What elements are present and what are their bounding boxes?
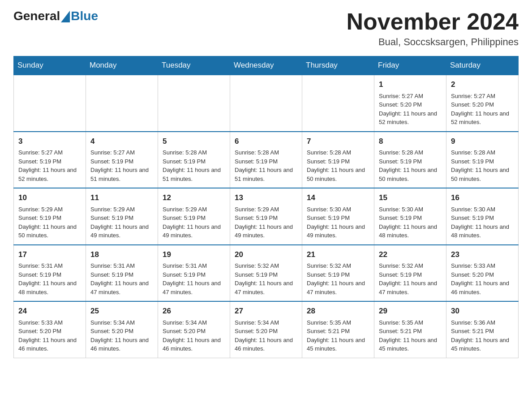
day-info: Sunrise: 5:32 AM Sunset: 5:19 PM Dayligh… — [235, 262, 293, 295]
day-number: 30 — [451, 305, 514, 317]
calendar-header-row: SundayMondayTuesdayWednesdayThursdayFrid… — [14, 56, 519, 75]
day-number: 6 — [235, 136, 297, 147]
calendar-cell[interactable]: 22Sunrise: 5:32 AM Sunset: 5:19 PM Dayli… — [374, 245, 446, 302]
day-number: 10 — [18, 192, 81, 204]
calendar-cell[interactable]: 2Sunrise: 5:27 AM Sunset: 5:20 PM Daylig… — [446, 75, 519, 132]
day-info: Sunrise: 5:30 AM Sunset: 5:19 PM Dayligh… — [307, 206, 365, 239]
day-info: Sunrise: 5:30 AM Sunset: 5:19 PM Dayligh… — [451, 206, 509, 239]
calendar-header-saturday: Saturday — [446, 56, 519, 75]
calendar-cell[interactable]: 29Sunrise: 5:35 AM Sunset: 5:21 PM Dayli… — [374, 301, 446, 358]
day-info: Sunrise: 5:32 AM Sunset: 5:19 PM Dayligh… — [307, 262, 365, 295]
calendar-cell[interactable]: 6Sunrise: 5:28 AM Sunset: 5:19 PM Daylig… — [230, 132, 302, 188]
calendar-cell[interactable]: 13Sunrise: 5:29 AM Sunset: 5:19 PM Dayli… — [230, 188, 302, 245]
title-area: November 2024 Bual, Soccsksargen, Philip… — [347, 9, 519, 48]
calendar-cell[interactable]: 30Sunrise: 5:36 AM Sunset: 5:21 PM Dayli… — [446, 301, 519, 358]
day-info: Sunrise: 5:34 AM Sunset: 5:20 PM Dayligh… — [90, 319, 149, 352]
calendar-cell[interactable]: 5Sunrise: 5:28 AM Sunset: 5:19 PM Daylig… — [158, 132, 230, 188]
day-number: 25 — [90, 305, 153, 317]
logo-full: General Blue — [13, 9, 98, 23]
day-number: 12 — [163, 192, 225, 204]
day-number: 27 — [235, 305, 297, 317]
day-number: 11 — [90, 192, 153, 204]
day-info: Sunrise: 5:33 AM Sunset: 5:20 PM Dayligh… — [18, 319, 77, 352]
calendar-cell[interactable]: 23Sunrise: 5:33 AM Sunset: 5:20 PM Dayli… — [446, 245, 519, 302]
day-number: 1 — [379, 79, 442, 90]
day-number: 24 — [18, 305, 81, 317]
logo: General Blue — [13, 9, 98, 23]
calendar-cell[interactable]: 27Sunrise: 5:34 AM Sunset: 5:20 PM Dayli… — [230, 301, 302, 358]
calendar-cell[interactable]: 24Sunrise: 5:33 AM Sunset: 5:20 PM Dayli… — [14, 301, 86, 358]
day-number: 4 — [90, 136, 153, 147]
day-info: Sunrise: 5:27 AM Sunset: 5:19 PM Dayligh… — [90, 149, 149, 182]
day-number: 29 — [379, 305, 442, 317]
calendar-cell[interactable]: 3Sunrise: 5:27 AM Sunset: 5:19 PM Daylig… — [14, 132, 86, 188]
day-number: 18 — [90, 249, 153, 261]
day-info: Sunrise: 5:29 AM Sunset: 5:19 PM Dayligh… — [18, 206, 77, 239]
logo-general-text: General — [13, 9, 60, 23]
calendar-cell[interactable]: 8Sunrise: 5:28 AM Sunset: 5:19 PM Daylig… — [374, 132, 446, 188]
calendar-header-wednesday: Wednesday — [230, 56, 302, 75]
day-number: 21 — [307, 249, 369, 261]
calendar-cell[interactable]: 26Sunrise: 5:34 AM Sunset: 5:20 PM Dayli… — [158, 301, 230, 358]
day-number: 16 — [451, 192, 514, 204]
calendar-cell[interactable]: 20Sunrise: 5:32 AM Sunset: 5:19 PM Dayli… — [230, 245, 302, 302]
calendar-cell — [230, 75, 302, 132]
day-info: Sunrise: 5:35 AM Sunset: 5:21 PM Dayligh… — [307, 319, 365, 352]
day-number: 14 — [307, 192, 369, 204]
day-number: 2 — [451, 79, 514, 90]
day-number: 5 — [163, 136, 225, 147]
location-title: Bual, Soccsksargen, Philippines — [347, 36, 519, 48]
day-info: Sunrise: 5:36 AM Sunset: 5:21 PM Dayligh… — [451, 319, 509, 352]
day-info: Sunrise: 5:28 AM Sunset: 5:19 PM Dayligh… — [451, 149, 509, 182]
calendar-cell[interactable]: 25Sunrise: 5:34 AM Sunset: 5:20 PM Dayli… — [86, 301, 158, 358]
day-info: Sunrise: 5:29 AM Sunset: 5:19 PM Dayligh… — [90, 206, 149, 239]
calendar-week-row: 17Sunrise: 5:31 AM Sunset: 5:19 PM Dayli… — [14, 245, 519, 302]
calendar-cell[interactable]: 1Sunrise: 5:27 AM Sunset: 5:20 PM Daylig… — [374, 75, 446, 132]
calendar-cell[interactable]: 16Sunrise: 5:30 AM Sunset: 5:19 PM Dayli… — [446, 188, 519, 245]
day-info: Sunrise: 5:34 AM Sunset: 5:20 PM Dayligh… — [163, 319, 221, 352]
calendar-week-row: 10Sunrise: 5:29 AM Sunset: 5:19 PM Dayli… — [14, 188, 519, 245]
day-info: Sunrise: 5:28 AM Sunset: 5:19 PM Dayligh… — [235, 149, 293, 182]
day-info: Sunrise: 5:29 AM Sunset: 5:19 PM Dayligh… — [235, 206, 293, 239]
day-info: Sunrise: 5:27 AM Sunset: 5:19 PM Dayligh… — [18, 149, 77, 182]
calendar-header-thursday: Thursday — [302, 56, 374, 75]
calendar-cell[interactable]: 15Sunrise: 5:30 AM Sunset: 5:19 PM Dayli… — [374, 188, 446, 245]
logo-triangle-icon — [61, 11, 70, 22]
day-number: 26 — [163, 305, 225, 317]
calendar-cell[interactable]: 9Sunrise: 5:28 AM Sunset: 5:19 PM Daylig… — [446, 132, 519, 188]
day-number: 28 — [307, 305, 369, 317]
calendar-cell — [158, 75, 230, 132]
day-info: Sunrise: 5:34 AM Sunset: 5:20 PM Dayligh… — [235, 319, 293, 352]
calendar-cell[interactable]: 17Sunrise: 5:31 AM Sunset: 5:19 PM Dayli… — [14, 245, 86, 302]
day-number: 22 — [379, 249, 442, 261]
page-header: General Blue November 2024 Bual, Soccsks… — [13, 9, 519, 48]
calendar-header-tuesday: Tuesday — [158, 56, 230, 75]
day-info: Sunrise: 5:27 AM Sunset: 5:20 PM Dayligh… — [451, 93, 509, 126]
day-info: Sunrise: 5:31 AM Sunset: 5:19 PM Dayligh… — [163, 262, 221, 295]
calendar-cell[interactable]: 21Sunrise: 5:32 AM Sunset: 5:19 PM Dayli… — [302, 245, 374, 302]
calendar-cell[interactable]: 7Sunrise: 5:28 AM Sunset: 5:19 PM Daylig… — [302, 132, 374, 188]
calendar-week-row: 24Sunrise: 5:33 AM Sunset: 5:20 PM Dayli… — [14, 301, 519, 358]
calendar-cell[interactable]: 11Sunrise: 5:29 AM Sunset: 5:19 PM Dayli… — [86, 188, 158, 245]
day-number: 17 — [18, 249, 81, 261]
calendar-week-row: 1Sunrise: 5:27 AM Sunset: 5:20 PM Daylig… — [14, 75, 519, 132]
calendar-cell — [14, 75, 86, 132]
day-info: Sunrise: 5:28 AM Sunset: 5:19 PM Dayligh… — [163, 149, 221, 182]
day-info: Sunrise: 5:28 AM Sunset: 5:19 PM Dayligh… — [307, 149, 365, 182]
day-number: 7 — [307, 136, 369, 147]
calendar-week-row: 3Sunrise: 5:27 AM Sunset: 5:19 PM Daylig… — [14, 132, 519, 188]
calendar-cell[interactable]: 19Sunrise: 5:31 AM Sunset: 5:19 PM Dayli… — [158, 245, 230, 302]
svg-marker-0 — [61, 11, 70, 22]
calendar-cell[interactable]: 12Sunrise: 5:29 AM Sunset: 5:19 PM Dayli… — [158, 188, 230, 245]
calendar-cell — [302, 75, 374, 132]
calendar-cell[interactable]: 18Sunrise: 5:31 AM Sunset: 5:19 PM Dayli… — [86, 245, 158, 302]
calendar-cell[interactable]: 28Sunrise: 5:35 AM Sunset: 5:21 PM Dayli… — [302, 301, 374, 358]
calendar-header-friday: Friday — [374, 56, 446, 75]
calendar-cell[interactable]: 4Sunrise: 5:27 AM Sunset: 5:19 PM Daylig… — [86, 132, 158, 188]
day-info: Sunrise: 5:31 AM Sunset: 5:19 PM Dayligh… — [18, 262, 77, 295]
calendar-cell[interactable]: 10Sunrise: 5:29 AM Sunset: 5:19 PM Dayli… — [14, 188, 86, 245]
month-title: November 2024 — [347, 9, 519, 34]
calendar-cell[interactable]: 14Sunrise: 5:30 AM Sunset: 5:19 PM Dayli… — [302, 188, 374, 245]
day-number: 23 — [451, 249, 514, 261]
day-info: Sunrise: 5:32 AM Sunset: 5:19 PM Dayligh… — [379, 262, 437, 295]
